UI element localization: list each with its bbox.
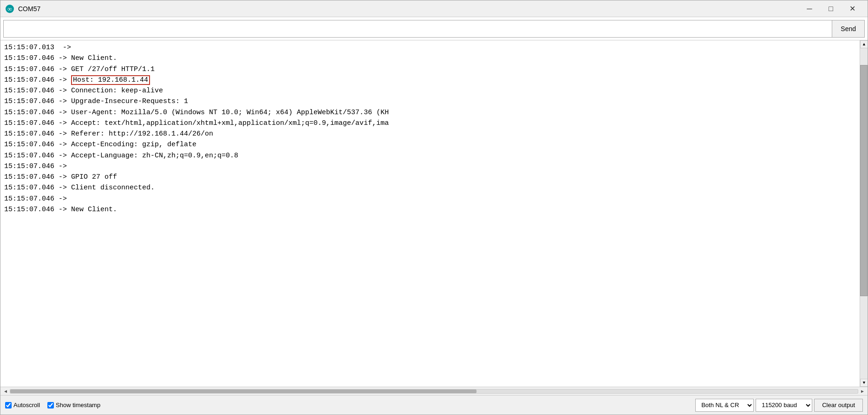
output-line: 15:15:07.046 -> GET /27/off HTTP/1.1: [4, 64, 864, 75]
scroll-left-arrow[interactable]: ◀: [1, 387, 10, 396]
baud-rate-dropdown[interactable]: 300 baud1200 baud2400 baud4800 baud9600 …: [756, 399, 812, 412]
status-bar: Autoscroll Show timestamp No line ending…: [0, 395, 868, 415]
output-line: 15:15:07.046 ->: [4, 161, 864, 172]
show-timestamp-checkbox[interactable]: [47, 402, 54, 409]
output-line: 15:15:07.046 -> Upgrade-Insecure-Request…: [4, 96, 864, 107]
output-line: 15:15:07.046 -> Referer: http://192.168.…: [4, 129, 864, 139]
output-line: 15:15:07.046 -> Accept: text/html,applic…: [4, 118, 864, 129]
autoscroll-checkbox[interactable]: [5, 402, 12, 409]
scroll-track: [860, 48, 868, 379]
window-controls: ─ □ ✕: [799, 0, 863, 17]
vertical-scrollbar[interactable]: ▲ ▼: [860, 40, 868, 387]
output-line: 15:15:07.046 -> Connection: keep-alive: [4, 85, 864, 96]
scroll-up-arrow[interactable]: ▲: [860, 40, 868, 48]
window-title: COM57: [18, 5, 799, 13]
send-bar: Send: [0, 17, 868, 40]
send-input[interactable]: [3, 20, 832, 38]
output-line: 15:15:07.046 -> New Client.: [4, 53, 864, 64]
output-line: 15:15:07.046 -> Host: 192.168.1.44: [4, 75, 864, 85]
output-line: 15:15:07.046 ->: [4, 194, 864, 204]
svg-text:∞: ∞: [7, 6, 12, 13]
clear-output-button[interactable]: Clear output: [814, 399, 863, 412]
output-lines: 15:15:07.013 ->15:15:07.046 -> New Clien…: [4, 42, 864, 215]
title-bar: ∞ COM57 ─ □ ✕: [0, 0, 868, 17]
show-timestamp-checkbox-label[interactable]: Show timestamp: [47, 402, 100, 409]
scroll-down-arrow[interactable]: ▼: [860, 379, 868, 387]
autoscroll-checkbox-label[interactable]: Autoscroll: [5, 402, 40, 409]
output-line: 15:15:07.013 ->: [4, 42, 864, 53]
arduino-logo: ∞: [5, 4, 14, 13]
horizontal-scrollbar[interactable]: ◀ ▶: [0, 387, 868, 395]
arduino-window: ∞ COM57 ─ □ ✕ Send ▲ ▼ 15:15:07.013 ->15…: [0, 0, 868, 415]
output-line: 15:15:07.046 -> Accept-Encoding: gzip, d…: [4, 139, 864, 150]
output-line: 15:15:07.046 -> Accept-Language: zh-CN,z…: [4, 150, 864, 161]
hscroll-track: [10, 389, 858, 394]
send-button[interactable]: Send: [832, 20, 865, 38]
output-line: 15:15:07.046 -> GPIO 27 off: [4, 172, 864, 182]
line-ending-dropdown[interactable]: No line endingNewlineCarriage returnBoth…: [695, 399, 754, 412]
output-line: 15:15:07.046 -> Client disconnected.: [4, 182, 864, 193]
minimize-button[interactable]: ─: [799, 0, 820, 17]
hscroll-thumb[interactable]: [10, 389, 476, 393]
autoscroll-label: Autoscroll: [13, 402, 40, 409]
scroll-thumb[interactable]: [860, 65, 868, 296]
show-timestamp-label: Show timestamp: [56, 402, 100, 409]
output-line: 15:15:07.046 -> New Client.: [4, 204, 864, 215]
output-area[interactable]: ▲ ▼ 15:15:07.013 ->15:15:07.046 -> New C…: [0, 40, 868, 387]
host-highlighted: Host: 192.168.1.44: [71, 75, 150, 85]
maximize-button[interactable]: □: [820, 0, 842, 17]
output-line: 15:15:07.046 -> User-Agent: Mozilla/5.0 …: [4, 107, 864, 118]
scroll-right-arrow[interactable]: ▶: [858, 387, 867, 396]
close-button[interactable]: ✕: [842, 0, 863, 17]
